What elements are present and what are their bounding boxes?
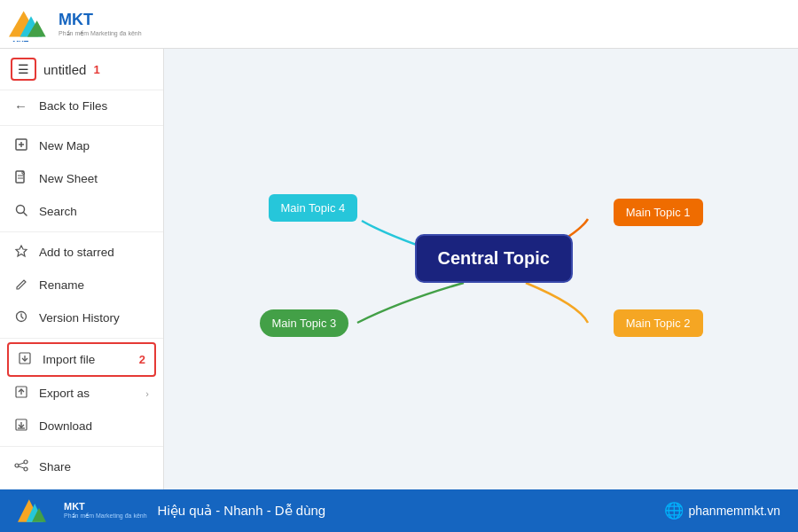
new-sheet-icon: [14, 170, 30, 187]
footer-left: MKT Phần mềm Marketing đa kênh Hiệu quả …: [18, 497, 325, 525]
sidebar-item-export-as[interactable]: Export as ›: [0, 377, 163, 410]
menu-label-new-map: New Map: [39, 139, 149, 153]
search-icon: [14, 203, 30, 220]
share-icon: [14, 458, 30, 475]
main-topic-1-label: Main Topic 1: [626, 206, 691, 219]
menu-label-rename: Rename: [39, 278, 149, 292]
svg-point-22: [15, 464, 19, 467]
central-topic-label: Central Topic: [438, 248, 550, 269]
sidebar-item-version-history[interactable]: Version History: [0, 301, 163, 334]
import-icon: [18, 351, 34, 368]
menu-label-starred: Add to starred: [39, 246, 149, 259]
svg-line-25: [19, 466, 24, 468]
svg-line-11: [24, 213, 27, 216]
main-topic-2-label: Main Topic 2: [626, 317, 691, 330]
menu-label-new-sheet: New Sheet: [39, 172, 149, 185]
new-map-icon: [14, 137, 30, 154]
svg-marker-12: [16, 246, 27, 256]
mkt-logo: MKT: [9, 6, 53, 42]
svg-text:MKT: MKT: [12, 39, 28, 42]
document-title: untitled: [43, 62, 86, 77]
chevron-right-icon: ›: [145, 388, 149, 399]
menu-label-history: Version History: [39, 311, 149, 325]
footer-website: phanmemmkt.vn: [689, 504, 780, 518]
back-icon: ←: [14, 98, 30, 113]
menu-label-back: Back to Files: [39, 99, 149, 113]
sidebar-item-new-map[interactable]: New Map: [0, 129, 163, 162]
main-topic-4-node[interactable]: Main Topic 4: [269, 194, 358, 222]
badge-2: 2: [139, 353, 145, 366]
logo-area: MKT MKT Phần mềm Marketing đa kênh: [9, 6, 142, 42]
hamburger-icon: ☰: [18, 63, 29, 75]
sidebar-item-download[interactable]: Download: [0, 410, 163, 442]
main-topic-3-label: Main Topic 3: [272, 317, 337, 330]
svg-line-24: [19, 463, 24, 465]
sidebar-item-add-starred[interactable]: Add to starred: [0, 236, 163, 269]
footer-right[interactable]: 🌐 phanmemmkt.vn: [664, 501, 780, 520]
main-topic-1-node[interactable]: Main Topic 1: [614, 199, 703, 226]
menu-label-import: Import file: [43, 353, 134, 366]
divider-1: [0, 125, 163, 126]
sidebar-item-rename[interactable]: Rename: [0, 269, 163, 301]
import-file-box: Import file 2: [7, 342, 156, 377]
header: MKT MKT Phần mềm Marketing đa kênh: [0, 0, 798, 49]
main-canvas: Central Topic Main Topic 1 Main Topic 2 …: [164, 49, 798, 489]
sidebar-item-shortcuts[interactable]: Shortcuts: [0, 483, 163, 489]
hamburger-button[interactable]: ☰: [11, 58, 36, 81]
sidebar-item-search[interactable]: Search: [0, 195, 163, 228]
divider-3: [0, 338, 163, 339]
download-icon: [14, 418, 30, 434]
footer-logo: [18, 497, 53, 525]
mindmap-container: Central Topic Main Topic 1 Main Topic 2 …: [251, 145, 712, 394]
history-icon: [14, 309, 30, 326]
svg-point-21: [24, 460, 27, 464]
sidebar-item-share[interactable]: Share: [0, 450, 163, 483]
sidebar-item-back-to-files[interactable]: ← Back to Files: [0, 90, 163, 121]
footer: MKT Phần mềm Marketing đa kênh Hiệu quả …: [0, 489, 798, 532]
sidebar: ☰ untitled 1 ← Back to Files New Map New…: [0, 49, 164, 489]
footer-tagline: Hiệu quả - Nhanh - Dễ dùng: [158, 503, 326, 519]
divider-2: [0, 231, 163, 232]
badge-1: 1: [93, 63, 99, 76]
export-icon: [14, 385, 30, 402]
rename-icon: [14, 277, 30, 293]
sidebar-title-row: ☰ untitled 1: [0, 49, 163, 90]
main-topic-4-label: Main Topic 4: [281, 201, 346, 215]
sidebar-item-import-file[interactable]: Import file 2: [9, 344, 154, 375]
star-icon: [14, 244, 30, 261]
divider-4: [0, 446, 163, 447]
main-topic-2-node[interactable]: Main Topic 2: [614, 309, 703, 337]
sidebar-item-new-sheet[interactable]: New Sheet: [0, 162, 163, 195]
svg-point-23: [24, 467, 27, 471]
menu-label-share: Share: [39, 460, 149, 473]
central-topic-node[interactable]: Central Topic: [415, 234, 573, 283]
menu-label-export: Export as: [39, 387, 137, 400]
menu-label-search: Search: [39, 205, 149, 218]
globe-icon: 🌐: [664, 501, 684, 520]
menu-label-download: Download: [39, 419, 149, 433]
main-topic-3-node[interactable]: Main Topic 3: [260, 309, 349, 337]
